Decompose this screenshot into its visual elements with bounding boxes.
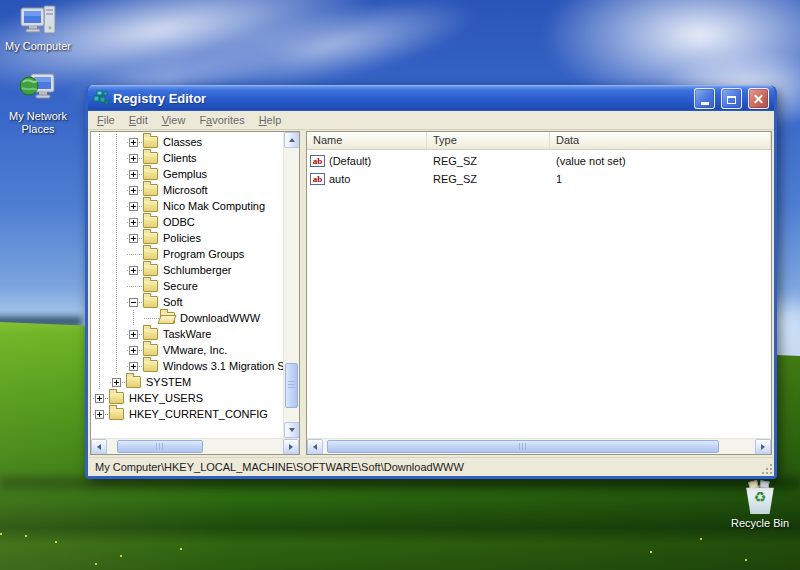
plus-box-icon[interactable] [129, 218, 138, 227]
expander-plus-icon[interactable] [125, 358, 142, 374]
string-value-icon: ab [310, 173, 325, 185]
tree-horizontal-scrollbar[interactable] [91, 438, 299, 454]
plus-box-icon[interactable] [129, 186, 138, 195]
scrollbar-track[interactable] [323, 439, 755, 454]
registry-tree[interactable]: ClassesClientsGemplusMicrosoftNico Mak C… [91, 132, 283, 438]
folder-icon [143, 216, 158, 228]
tree-item-schlumberger[interactable]: Schlumberger [91, 262, 283, 278]
tree-item-nico-mak-computing[interactable]: Nico Mak Computing [91, 198, 283, 214]
plus-box-icon[interactable] [129, 266, 138, 275]
scroll-right-button[interactable] [755, 439, 771, 455]
scroll-right-button[interactable] [283, 439, 299, 455]
tree-item-downloadwww[interactable]: DownloadWWW [91, 310, 283, 326]
expander-plus-icon[interactable] [125, 326, 142, 342]
desktop-icon-my-network-places[interactable]: My Network Places [2, 72, 74, 136]
scrollbar-track[interactable] [107, 439, 283, 454]
tree-item-program-groups[interactable]: Program Groups [91, 246, 283, 262]
plus-box-icon[interactable] [129, 170, 138, 179]
tree-item-windows-3-1-migration-sta[interactable]: Windows 3.1 Migration Sta [91, 358, 283, 374]
plus-box-icon[interactable] [129, 346, 138, 355]
expander-plus-icon[interactable] [125, 214, 142, 230]
folder-icon [143, 280, 158, 292]
tree-guide-line [91, 182, 108, 198]
plus-box-icon[interactable] [129, 138, 138, 147]
scroll-down-button[interactable] [284, 422, 299, 438]
scroll-left-button[interactable] [91, 439, 107, 455]
expander-plus-icon[interactable] [125, 230, 142, 246]
tree-guide-line [91, 230, 108, 246]
value-row-auto[interactable]: abautoREG_SZ1 [307, 170, 771, 188]
plus-box-icon[interactable] [95, 410, 104, 419]
expander-plus-icon[interactable] [125, 262, 142, 278]
tree-item-label: TaskWare [161, 327, 214, 341]
tree-guide-line [125, 310, 142, 326]
scrollbar-thumb[interactable] [285, 363, 298, 408]
expander-plus-icon[interactable] [125, 182, 142, 198]
expander-plus-icon[interactable] [108, 374, 125, 390]
menu-favorites[interactable]: Favorites [192, 112, 251, 128]
menu-help[interactable]: Help [252, 112, 289, 128]
tree-vertical-scrollbar[interactable] [283, 132, 299, 438]
tree-item-hkey-users[interactable]: HKEY_USERS [91, 390, 283, 406]
tree-item-taskware[interactable]: TaskWare [91, 326, 283, 342]
plus-box-icon[interactable] [129, 362, 138, 371]
tree-item-soft[interactable]: Soft [91, 294, 283, 310]
tree-item-microsoft[interactable]: Microsoft [91, 182, 283, 198]
value-row-default[interactable]: ab(Default)REG_SZ(value not set) [307, 152, 771, 170]
expander-plus-icon[interactable] [125, 134, 142, 150]
expander-plus-icon[interactable] [125, 342, 142, 358]
resize-grip[interactable] [770, 472, 772, 474]
expander-plus-icon[interactable] [91, 390, 108, 406]
expander-plus-icon[interactable] [125, 198, 142, 214]
maximize-button[interactable] [721, 88, 742, 109]
tree-item-hkey-current-config[interactable]: HKEY_CURRENT_CONFIG [91, 406, 283, 422]
tree-item-system[interactable]: SYSTEM [91, 374, 283, 390]
menu-view[interactable]: View [155, 112, 193, 128]
plus-box-icon[interactable] [129, 234, 138, 243]
plus-box-icon[interactable] [112, 378, 121, 387]
tree-item-gemplus[interactable]: Gemplus [91, 166, 283, 182]
tree-guide-line [91, 310, 108, 326]
value-name: (Default) [329, 155, 371, 167]
tree-item-clients[interactable]: Clients [91, 150, 283, 166]
column-header-data[interactable]: Data [550, 132, 771, 149]
expander-plus-icon[interactable] [125, 166, 142, 182]
tree-item-vmware-inc[interactable]: VMware, Inc. [91, 342, 283, 358]
tree-guide-line [91, 246, 108, 262]
tree-guide-line [108, 198, 125, 214]
desktop-icon-my-computer[interactable]: My Computer [2, 4, 74, 53]
scrollbar-thumb[interactable] [327, 440, 719, 453]
expander-plus-icon[interactable] [91, 406, 108, 422]
tree-item-secure[interactable]: Secure [91, 278, 283, 294]
tree-item-policies[interactable]: Policies [91, 230, 283, 246]
minus-box-icon[interactable] [129, 298, 138, 307]
title-bar[interactable]: Registry Editor [88, 85, 774, 111]
tree-item-label: SYSTEM [144, 375, 193, 389]
list-horizontal-scrollbar[interactable] [307, 438, 771, 454]
plus-box-icon[interactable] [129, 202, 138, 211]
column-header-type[interactable]: Type [427, 132, 550, 149]
close-button[interactable] [748, 88, 769, 109]
menu-file[interactable]: File [90, 112, 122, 128]
tree-item-classes[interactable]: Classes [91, 134, 283, 150]
desktop-icon-recycle-bin[interactable]: ♻ Recycle Bin [724, 481, 796, 530]
minimize-button[interactable] [694, 88, 715, 109]
expander-minus-icon[interactable] [125, 294, 142, 310]
tree-item-odbc[interactable]: ODBC [91, 214, 283, 230]
menu-edit[interactable]: Edit [122, 112, 155, 128]
folder-icon [143, 136, 158, 148]
tree-guide-line [91, 278, 108, 294]
scroll-up-button[interactable] [284, 132, 299, 148]
plus-box-icon[interactable] [129, 154, 138, 163]
folder-icon [109, 408, 124, 420]
scrollbar-track[interactable] [284, 148, 299, 422]
close-icon [749, 89, 768, 108]
column-header-name[interactable]: Name [307, 132, 427, 149]
tree-guide-line [108, 182, 125, 198]
plus-box-icon[interactable] [129, 330, 138, 339]
tree-guide-line [108, 294, 125, 310]
scrollbar-thumb[interactable] [117, 440, 203, 453]
scroll-left-button[interactable] [307, 439, 323, 455]
expander-plus-icon[interactable] [125, 150, 142, 166]
plus-box-icon[interactable] [95, 394, 104, 403]
